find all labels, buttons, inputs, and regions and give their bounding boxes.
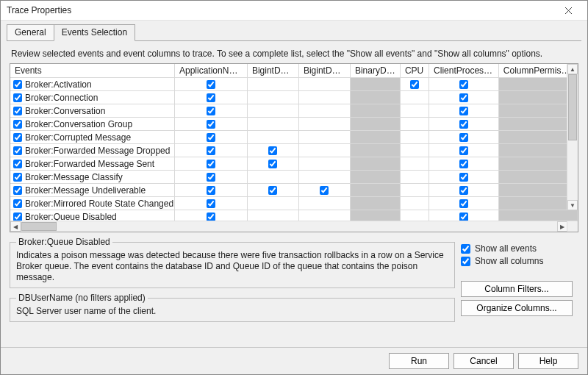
- cell-app[interactable]: [175, 184, 248, 197]
- cell-cpid[interactable]: [429, 91, 499, 104]
- vertical-scroll-thumb[interactable]: [568, 74, 577, 140]
- cell-checkbox[interactable]: [268, 186, 277, 195]
- cell-checkbox[interactable]: [459, 120, 468, 129]
- cell-app[interactable]: [175, 78, 248, 91]
- cancel-button[interactable]: Cancel: [453, 353, 514, 369]
- cell-app[interactable]: [175, 131, 248, 144]
- cell-big2[interactable]: [298, 118, 350, 131]
- cell-cpu[interactable]: [400, 78, 429, 91]
- cell-checkbox[interactable]: [459, 133, 468, 142]
- cell-big1[interactable]: [247, 78, 298, 91]
- cell-app[interactable]: [175, 197, 248, 210]
- event-row-checkbox[interactable]: [13, 160, 22, 168]
- column-header-big1[interactable]: BigintData1: [247, 64, 298, 78]
- help-button[interactable]: Help: [518, 353, 578, 369]
- cell-checkbox[interactable]: [268, 146, 277, 155]
- cell-big1[interactable]: [247, 171, 298, 184]
- cell-big1[interactable]: [247, 131, 298, 144]
- cell-checkbox[interactable]: [207, 199, 215, 208]
- cell-cpu[interactable]: [400, 210, 429, 221]
- column-header-event[interactable]: Events: [10, 64, 175, 78]
- cell-checkbox[interactable]: [268, 160, 277, 168]
- event-row-checkbox[interactable]: [13, 133, 22, 142]
- cell-checkbox[interactable]: [207, 186, 215, 195]
- event-cell[interactable]: Broker:Conversation Group: [10, 118, 175, 131]
- event-row-checkbox[interactable]: [13, 93, 22, 102]
- event-cell[interactable]: Broker:Connection: [10, 91, 175, 104]
- column-header-big2[interactable]: BigintData2: [298, 64, 350, 78]
- cell-checkbox[interactable]: [459, 173, 468, 182]
- cell-app[interactable]: [175, 210, 248, 221]
- cell-big1[interactable]: [247, 210, 298, 221]
- event-row-checkbox[interactable]: [13, 213, 22, 221]
- cell-checkbox[interactable]: [207, 93, 215, 102]
- event-row-checkbox[interactable]: [13, 173, 22, 182]
- vertical-scroll-track[interactable]: [567, 74, 578, 200]
- cell-big2[interactable]: [298, 171, 350, 184]
- event-row-checkbox[interactable]: [13, 186, 22, 195]
- cell-cpu[interactable]: [400, 131, 429, 144]
- cell-checkbox[interactable]: [459, 186, 468, 195]
- cell-big2[interactable]: [298, 144, 350, 157]
- event-row-checkbox[interactable]: [13, 199, 22, 208]
- cell-big2[interactable]: [298, 210, 350, 221]
- event-cell[interactable]: Broker:Activation: [10, 78, 175, 91]
- column-header-colp[interactable]: ColumnPermissions: [498, 64, 577, 78]
- scroll-up-button[interactable]: ▲: [567, 64, 578, 74]
- cell-big2[interactable]: [298, 157, 350, 171]
- scroll-down-button[interactable]: ▼: [567, 200, 578, 210]
- cell-big1[interactable]: [247, 104, 298, 118]
- cell-app[interactable]: [175, 118, 248, 131]
- horizontal-scrollbar[interactable]: ◀ ▶: [10, 221, 578, 232]
- cell-checkbox[interactable]: [207, 160, 215, 168]
- event-cell[interactable]: Broker:Mirrored Route State Changed: [10, 197, 175, 210]
- cell-big2[interactable]: [298, 131, 350, 144]
- cell-cpu[interactable]: [400, 118, 429, 131]
- cell-cpid[interactable]: [429, 118, 499, 131]
- cell-app[interactable]: [175, 104, 248, 118]
- event-cell[interactable]: Broker:Queue Disabled: [10, 210, 175, 221]
- cell-big2[interactable]: [298, 184, 350, 197]
- cell-big1[interactable]: [247, 157, 298, 171]
- cell-app[interactable]: [175, 157, 248, 171]
- organize-columns-button[interactable]: Organize Columns...: [461, 300, 573, 316]
- cell-big2[interactable]: [298, 104, 350, 118]
- event-cell[interactable]: Broker:Message Undeliverable: [10, 184, 175, 197]
- cell-checkbox[interactable]: [459, 213, 468, 221]
- cell-checkbox[interactable]: [459, 146, 468, 155]
- cell-checkbox[interactable]: [410, 80, 419, 89]
- cell-checkbox[interactable]: [207, 173, 215, 182]
- cell-big1[interactable]: [247, 144, 298, 157]
- cell-big2[interactable]: [298, 197, 350, 210]
- cell-checkbox[interactable]: [459, 93, 468, 102]
- run-button[interactable]: Run: [389, 353, 449, 369]
- show-all-columns-checkbox[interactable]: Show all columns: [461, 256, 578, 266]
- cell-app[interactable]: [175, 144, 248, 157]
- show-all-columns-input[interactable]: [461, 257, 470, 266]
- column-header-app[interactable]: ApplicationName: [175, 64, 248, 78]
- cell-checkbox[interactable]: [320, 186, 329, 195]
- event-cell[interactable]: Broker:Message Classify: [10, 171, 175, 184]
- event-cell[interactable]: Broker:Conversation: [10, 104, 175, 118]
- cell-checkbox[interactable]: [207, 146, 215, 155]
- cell-cpid[interactable]: [429, 184, 499, 197]
- show-all-events-input[interactable]: [461, 244, 470, 254]
- column-header-bin[interactable]: BinaryData: [350, 64, 400, 78]
- horizontal-scroll-thumb[interactable]: [21, 222, 57, 231]
- event-row-checkbox[interactable]: [13, 120, 22, 129]
- close-button[interactable]: [553, 2, 583, 18]
- show-all-events-checkbox[interactable]: Show all events: [461, 243, 578, 254]
- column-filters-button[interactable]: Column Filters...: [461, 281, 573, 297]
- scroll-right-button[interactable]: ▶: [557, 221, 567, 232]
- cell-cpu[interactable]: [400, 197, 429, 210]
- cell-big1[interactable]: [247, 91, 298, 104]
- cell-big2[interactable]: [298, 91, 350, 104]
- cell-big1[interactable]: [247, 118, 298, 131]
- cell-cpu[interactable]: [400, 91, 429, 104]
- cell-big1[interactable]: [247, 184, 298, 197]
- cell-cpid[interactable]: [429, 171, 499, 184]
- cell-cpid[interactable]: [429, 78, 499, 91]
- cell-cpu[interactable]: [400, 157, 429, 171]
- cell-checkbox[interactable]: [207, 80, 215, 89]
- cell-checkbox[interactable]: [459, 199, 468, 208]
